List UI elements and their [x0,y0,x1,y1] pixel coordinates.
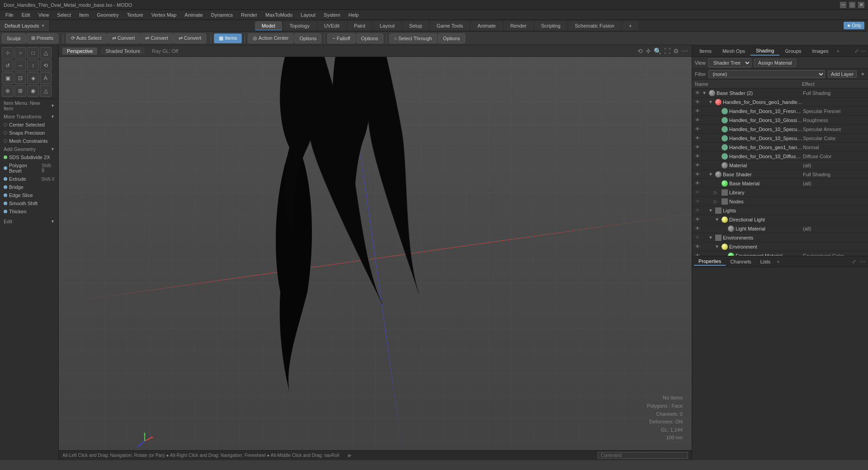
tree-row-environment[interactable]: 👁 ▼ Environment [692,242,868,251]
close-button[interactable]: ✕ [858,2,864,8]
right-panel-icon-2[interactable]: ⋯ [861,48,866,54]
options-2-button[interactable]: Options [356,33,383,43]
tool-icon-16[interactable]: △ [40,85,52,97]
tree-row-specular-amount[interactable]: 👁 Handles_for_Doors_10_Specular (Image) … [692,125,868,134]
menu-layout[interactable]: Layout [297,11,319,19]
assign-material-button[interactable]: Assign Material [754,59,796,67]
tree-row-diffuse[interactable]: 👁 Handles_for_Doors_10_Diffuse (Image) D… [692,152,868,161]
tool-icon-6[interactable]: ↔ [14,60,26,71]
tab-schematic-fusion[interactable]: Schematic Fusion [568,21,621,30]
exp-icon-environments[interactable]: ▼ [708,235,714,241]
vis-icon-lights[interactable]: 👁 [694,207,701,214]
menu-help[interactable]: Help [345,11,363,19]
vp-icon-settings[interactable]: ⚙ [673,47,679,55]
vis-icon-specular-color[interactable]: 👁 [694,135,701,142]
tool-icon-7[interactable]: ↕ [27,60,39,71]
right-tab-add[interactable]: + [834,47,842,55]
bridge-item[interactable]: Bridge [0,183,58,191]
vis-icon-environment[interactable]: 👁 [694,243,701,250]
tree-row-material[interactable]: 👁 Material (all) [692,161,868,170]
tool-icon-5[interactable]: ↺ [2,60,14,71]
tab-topology[interactable]: Topology [283,21,316,30]
add-geometry-header[interactable]: Add Geometry ▼ [0,145,58,153]
right-tab-groups[interactable]: Groups [779,47,807,55]
tree-row-normal[interactable]: 👁 Handles_for_Doors_geo1_handle_10_MAT_.… [692,143,868,152]
right-tab-shading[interactable]: Shading [750,47,779,56]
center-selected-item[interactable]: Center Selected [0,121,58,129]
vis-icon-env-material[interactable]: 👁 [694,252,701,256]
filter-dropdown[interactable]: (none) [708,70,825,78]
tree-row-base-shader[interactable]: 👁 ▼ Base Shader (2) Full Shading [692,89,868,98]
vis-icon-handles-mat[interactable]: 👁 [694,99,701,106]
tool-icon-2[interactable]: ○ [14,47,26,59]
convert-2-button[interactable]: ⇌ Convert [140,33,173,43]
tree-row-base-shader-2[interactable]: 👁 ▼ Base Shader Full Shading [692,170,868,179]
exp-icon-dir-light[interactable]: ▼ [714,216,720,223]
vis-icon-library[interactable]: 👁 [694,189,701,196]
tree-row-glossiness[interactable]: 👁 Handles_for_Doors_10_Glossiness (Image… [692,116,868,125]
vis-icon-environments[interactable]: 👁 [694,234,701,241]
snaps-precision-item[interactable]: Snaps Precision [0,129,58,137]
menu-file[interactable]: File [2,11,17,19]
tool-icon-8[interactable]: ⟲ [40,60,52,71]
menu-geometry[interactable]: Geometry [93,11,122,19]
exp-icon-handles-mat[interactable]: ▼ [708,99,714,105]
falloff-button[interactable]: ~ Falloff [327,33,355,43]
vis-icon-nodes[interactable]: 👁 [694,198,701,205]
right-tab-images[interactable]: Images [807,47,834,55]
tree-row-handles-mat[interactable]: 👁 ▼ Handles_for_Doors_geo1_handle_10_MAT… [692,98,868,107]
tab-setup[interactable]: Setup [402,21,429,30]
tab-render[interactable]: Render [504,21,533,30]
props-tab-lists[interactable]: Lists [756,258,775,265]
convert-3-button[interactable]: ⇌ Convert [174,33,207,43]
props-icon-expand[interactable]: ⤢ [851,258,857,266]
shader-tree-view-dropdown[interactable]: Shader Tree [708,58,751,67]
tree-row-library[interactable]: 👁 ▷ Library [692,188,868,197]
exp-icon-environment[interactable]: ▼ [714,244,720,250]
tree-row-lights[interactable]: 👁 ▼ Lights [692,206,868,215]
vp-tab-shaded[interactable]: Shaded Texture [101,47,145,55]
layout-selector[interactable]: Default Layouts ▼ [0,20,50,31]
menu-vertex-map[interactable]: Vertex Map [148,11,180,19]
sds-subdivide-item[interactable]: SDS Subdivide 2X [0,153,58,161]
props-tab-add[interactable]: + [775,258,781,265]
edit-header[interactable]: Edit ▼ [0,217,58,226]
menu-item[interactable]: Item [75,11,92,19]
tab-paint[interactable]: Paint [347,21,372,30]
mesh-constraints-item[interactable]: Mesh Constraints [0,137,58,145]
polygon-bevel-item[interactable]: Polygon Bevel Shift-B [0,161,58,175]
tree-row-base-material[interactable]: 👁 Base Material (all) [692,179,868,188]
tree-row-environments[interactable]: 👁 ▼ Environments [692,233,868,242]
tree-row-nodes[interactable]: 👁 ▷ Nodes [692,197,868,206]
props-tab-properties[interactable]: Properties [694,258,726,266]
vis-icon-diffuse[interactable]: 👁 [694,153,701,160]
props-icon-more[interactable]: ⋯ [859,258,866,266]
tool-icon-13[interactable]: ⊕ [2,85,14,97]
tool-icon-4[interactable]: △ [40,47,52,59]
tool-icon-10[interactable]: ⊡ [14,72,26,84]
exp-icon-base-shader[interactable]: ▼ [701,90,708,96]
right-tab-items[interactable]: Items [694,47,717,55]
tab-layout[interactable]: Layout [373,21,401,30]
menu-animate[interactable]: Animate [181,11,206,19]
vis-icon-normal[interactable]: 👁 [694,144,701,151]
exp-icon-lights[interactable]: ▼ [708,207,714,214]
maximize-button[interactable]: □ [849,2,855,8]
command-input[interactable] [598,452,688,459]
menu-maxtomodo[interactable]: MaxToModo [262,11,296,19]
select-through-button[interactable]: ○ Select Through [389,33,437,43]
tree-row-dir-light[interactable]: 👁 ▼ Directional Light [692,215,868,224]
vp-icon-fullscreen[interactable]: ⛶ [664,47,670,55]
more-transforms-header[interactable]: More Transforms ▼ [0,113,58,121]
edge-slice-item[interactable]: Edge Slice [0,191,58,199]
vis-icon-base-material[interactable]: 👁 [694,180,701,187]
tab-animate[interactable]: Animate [471,21,502,30]
sculpt-button[interactable]: Sculpt [2,33,26,43]
add-layer-button[interactable]: Add Layer [828,70,857,78]
thicken-item[interactable]: Thicken [0,207,58,216]
item-menu-header[interactable]: Item Menu: New Item ▼ [0,99,58,113]
tab-model[interactable]: Model [255,21,282,30]
convert-1-button[interactable]: ⇌ Convert [107,33,140,43]
props-tab-channels[interactable]: Channels [726,258,755,265]
add-layer-dropdown[interactable]: ▼ [860,71,865,77]
